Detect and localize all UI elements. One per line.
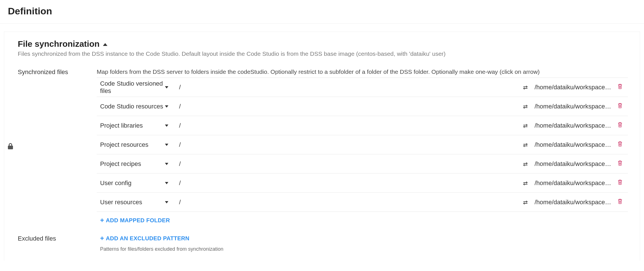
source-folder-select[interactable]: User config <box>100 179 176 187</box>
source-folder-label: Project libraries <box>100 122 143 129</box>
source-folder-label: User config <box>100 179 131 187</box>
destination-path-input[interactable] <box>532 159 614 169</box>
mapped-folder-row: Project recipes ⇄ <box>97 154 628 174</box>
trash-icon <box>617 122 623 129</box>
delete-row-button[interactable] <box>614 179 626 187</box>
mapped-folder-row: Code Studio resources ⇄ <box>97 97 628 116</box>
subpath-input[interactable] <box>176 139 518 150</box>
section-description: Files synchronized from the DSS instance… <box>18 50 628 57</box>
source-folder-select[interactable]: User resources <box>100 199 176 206</box>
swap-arrows-icon: ⇄ <box>523 180 528 186</box>
caret-down-icon <box>165 163 168 165</box>
add-mapped-folder-button[interactable]: + ADD MAPPED FOLDER <box>97 212 173 225</box>
mapped-folder-row: Code Studio versioned files ⇄ <box>97 78 628 97</box>
excluded-files-label: Excluded files <box>18 235 97 252</box>
subpath-input[interactable] <box>176 120 518 131</box>
source-folder-label: Project resources <box>100 141 148 148</box>
lock-icon <box>8 143 13 151</box>
destination-path-input[interactable] <box>532 139 614 150</box>
swap-arrows-icon: ⇄ <box>523 103 528 110</box>
source-folder-label: User resources <box>100 199 142 206</box>
plus-icon: + <box>100 235 104 242</box>
delete-row-button[interactable] <box>614 122 626 129</box>
caret-down-icon <box>165 182 168 184</box>
source-folder-select[interactable]: Code Studio resources <box>100 103 176 110</box>
trash-icon <box>617 141 623 148</box>
delete-row-button[interactable] <box>614 141 626 148</box>
destination-path-input[interactable] <box>532 197 614 208</box>
swap-arrows-icon: ⇄ <box>523 123 528 129</box>
source-folder-select[interactable]: Project recipes <box>100 160 176 168</box>
add-mapped-folder-label: ADD MAPPED FOLDER <box>106 217 170 224</box>
sync-direction-toggle[interactable]: ⇄ <box>518 180 532 186</box>
subpath-input[interactable] <box>176 101 518 112</box>
sync-direction-toggle[interactable]: ⇄ <box>518 141 532 148</box>
delete-row-button[interactable] <box>614 160 626 168</box>
mapped-folder-row: User config ⇄ <box>97 174 628 193</box>
source-folder-select[interactable]: Project resources <box>100 141 176 148</box>
add-excluded-pattern-button[interactable]: + ADD AN EXCLUDED PATTERN <box>97 235 193 243</box>
source-folder-label: Code Studio versioned files <box>100 80 165 95</box>
plus-icon: + <box>100 217 104 224</box>
sync-files-helper: Map folders from the DSS server to folde… <box>97 68 628 75</box>
sync-direction-toggle[interactable]: ⇄ <box>518 122 532 129</box>
mapped-folder-row: Project libraries ⇄ <box>97 116 628 135</box>
subpath-input[interactable] <box>176 159 518 169</box>
excluded-files-helper: Patterns for files/folders excluded from… <box>97 246 628 252</box>
section-header[interactable]: File synchronization <box>18 39 628 49</box>
page-header: Definition <box>0 0 644 24</box>
caret-down-icon <box>165 144 168 146</box>
source-folder-select[interactable]: Project libraries <box>100 122 176 129</box>
add-excluded-pattern-label: ADD AN EXCLUDED PATTERN <box>106 235 189 242</box>
subpath-input[interactable] <box>176 178 518 188</box>
sync-direction-toggle[interactable]: ⇄ <box>518 161 532 167</box>
sync-files-label: Synchronized files <box>18 68 97 225</box>
destination-path-input[interactable] <box>532 82 614 93</box>
mapped-folder-list: Code Studio versioned files ⇄ Code Studi… <box>97 77 628 212</box>
source-folder-label: Code Studio resources <box>100 103 163 110</box>
source-folder-select[interactable]: Code Studio versioned files <box>100 80 176 95</box>
destination-path-input[interactable] <box>532 101 614 112</box>
subpath-input[interactable] <box>176 82 518 93</box>
swap-arrows-icon: ⇄ <box>523 199 528 205</box>
trash-icon <box>617 199 623 206</box>
mapped-folder-row: Project resources ⇄ <box>97 135 628 154</box>
caret-down-icon <box>165 86 168 88</box>
caret-down-icon <box>165 125 168 127</box>
page-title: Definition <box>8 6 636 17</box>
section-title: File synchronization <box>18 39 100 49</box>
sync-direction-toggle[interactable]: ⇄ <box>518 84 532 91</box>
trash-icon <box>617 179 623 186</box>
sync-direction-toggle[interactable]: ⇄ <box>518 199 532 206</box>
delete-row-button[interactable] <box>614 103 626 110</box>
swap-arrows-icon: ⇄ <box>523 84 528 90</box>
source-folder-label: Project recipes <box>100 160 141 168</box>
trash-icon <box>617 103 623 110</box>
definition-panel: File synchronization Files synchronized … <box>4 32 640 261</box>
subpath-input[interactable] <box>176 197 518 208</box>
destination-path-input[interactable] <box>532 178 614 188</box>
trash-icon <box>617 84 623 91</box>
caret-down-icon <box>165 105 168 108</box>
chevron-up-icon <box>103 43 107 46</box>
trash-icon <box>617 160 623 167</box>
destination-path-input[interactable] <box>532 120 614 131</box>
caret-down-icon <box>165 201 168 203</box>
delete-row-button[interactable] <box>614 199 626 206</box>
swap-arrows-icon: ⇄ <box>523 142 528 148</box>
swap-arrows-icon: ⇄ <box>523 161 528 167</box>
mapped-folder-row: User resources ⇄ <box>97 193 628 212</box>
excluded-files-block: Excluded files + ADD AN EXCLUDED PATTERN… <box>18 235 628 252</box>
sync-direction-toggle[interactable]: ⇄ <box>518 103 532 110</box>
delete-row-button[interactable] <box>614 84 626 91</box>
synchronized-files-block: Synchronized files Map folders from the … <box>18 68 628 225</box>
